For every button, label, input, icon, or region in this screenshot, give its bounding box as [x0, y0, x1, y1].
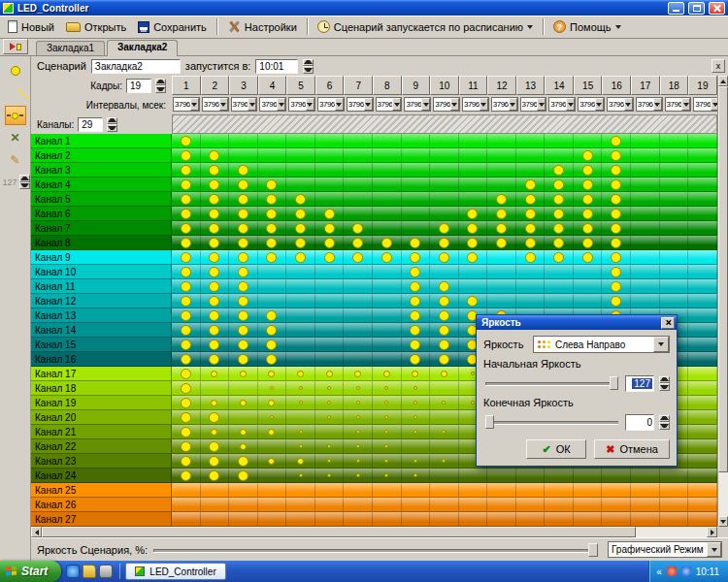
- grid-cell[interactable]: [459, 221, 488, 236]
- grid-cell[interactable]: [602, 483, 631, 498]
- grid-cell[interactable]: [201, 381, 230, 396]
- grid-cell[interactable]: [258, 498, 287, 512]
- channel-label[interactable]: Канал 15: [31, 338, 172, 352]
- grid-cell[interactable]: [315, 163, 345, 178]
- grid-cell[interactable]: [315, 352, 345, 367]
- interval-combo[interactable]: 3796: [461, 95, 490, 114]
- frame-column-header[interactable]: 3: [229, 76, 258, 95]
- grid-cell[interactable]: [258, 236, 287, 250]
- grid-cell[interactable]: [402, 425, 431, 439]
- grid-cell[interactable]: [315, 483, 345, 498]
- grid-cell[interactable]: [631, 279, 660, 294]
- grid-cell[interactable]: [172, 308, 201, 323]
- grid-cell[interactable]: [660, 192, 689, 207]
- grid-cell[interactable]: [373, 367, 402, 381]
- grid-cell[interactable]: [602, 279, 631, 294]
- grid-cell[interactable]: [459, 265, 488, 279]
- grid-cell[interactable]: [459, 192, 488, 207]
- grid-cell[interactable]: [430, 454, 459, 469]
- grid-cell[interactable]: [602, 294, 631, 308]
- interval-combo[interactable]: 3796: [635, 95, 664, 114]
- grid-cell[interactable]: [229, 439, 258, 454]
- grid-cell[interactable]: [430, 439, 459, 454]
- grid-cell[interactable]: [574, 134, 603, 148]
- grid-cell[interactable]: [315, 265, 345, 279]
- frame-column-header[interactable]: 4: [258, 76, 287, 95]
- grid-cell[interactable]: [430, 410, 459, 425]
- grid-cell[interactable]: [688, 338, 717, 352]
- grid-cell[interactable]: [172, 410, 201, 425]
- grid-cell[interactable]: [402, 469, 431, 483]
- grid-cell[interactable]: [373, 352, 402, 367]
- grid-cell[interactable]: [344, 221, 373, 236]
- grid-cell[interactable]: [631, 498, 660, 512]
- grid-cell[interactable]: [660, 469, 689, 483]
- grid-cell[interactable]: [487, 294, 516, 308]
- interval-combo[interactable]: 3796: [316, 95, 346, 114]
- grid-cell[interactable]: [402, 323, 431, 338]
- grid-cell[interactable]: [631, 163, 660, 178]
- grid-cell[interactable]: [373, 236, 402, 250]
- start-brightness-input[interactable]: 127: [625, 375, 654, 392]
- grid-cell[interactable]: [172, 323, 201, 338]
- grid-cell[interactable]: [516, 483, 546, 498]
- grid-cell[interactable]: [229, 250, 258, 265]
- grid-cell[interactable]: [516, 294, 546, 308]
- grid-cell[interactable]: [402, 381, 431, 396]
- grid-cell[interactable]: [315, 207, 345, 221]
- scenario-brightness-slider[interactable]: [153, 542, 598, 558]
- grid-cell[interactable]: [545, 163, 574, 178]
- grid-cell[interactable]: [660, 265, 689, 279]
- grid-cell[interactable]: [631, 483, 660, 498]
- grid-cell[interactable]: [602, 148, 631, 163]
- grid-cell[interactable]: [286, 134, 315, 148]
- grid-cell[interactable]: [344, 294, 373, 308]
- grid-cell[interactable]: [487, 512, 516, 527]
- channel-label[interactable]: Канал 27: [31, 512, 172, 527]
- grid-cell[interactable]: [201, 498, 230, 512]
- grid-cell[interactable]: [258, 396, 287, 410]
- grid-cell[interactable]: [545, 178, 574, 192]
- grid-cell[interactable]: [258, 469, 287, 483]
- grid-cell[interactable]: [315, 410, 345, 425]
- grid-cell[interactable]: [172, 352, 201, 367]
- grid-cell[interactable]: [574, 265, 603, 279]
- channel-label[interactable]: Канал 25: [31, 483, 172, 498]
- ok-button[interactable]: ✔ ОК: [526, 439, 586, 459]
- grid-cell[interactable]: [688, 178, 717, 192]
- grid-cell[interactable]: [660, 294, 689, 308]
- grid-cell[interactable]: [172, 367, 201, 381]
- taskbar-app-button[interactable]: LED_Controller: [125, 563, 225, 580]
- grid-cell[interactable]: [201, 308, 230, 323]
- new-button[interactable]: Новый: [3, 17, 59, 37]
- grid-cell[interactable]: [574, 483, 603, 498]
- grid-cell[interactable]: [315, 192, 345, 207]
- grid-cell[interactable]: [201, 396, 230, 410]
- channels-spinner[interactable]: [107, 117, 117, 132]
- grid-cell[interactable]: [660, 279, 689, 294]
- interval-dropdown-button[interactable]: [450, 98, 459, 111]
- grid-cell[interactable]: [487, 279, 516, 294]
- grid-cell[interactable]: [344, 512, 373, 527]
- grid-cell[interactable]: [459, 178, 488, 192]
- interval-combo[interactable]: 3796: [346, 95, 375, 114]
- grid-cell[interactable]: [172, 294, 201, 308]
- grid-cell[interactable]: [402, 512, 431, 527]
- grid-cell[interactable]: [201, 338, 230, 352]
- grid-cell[interactable]: [201, 134, 230, 148]
- grid-cell[interactable]: [201, 221, 230, 236]
- grid-cell[interactable]: [430, 367, 459, 381]
- channels-count-input[interactable]: 29: [78, 117, 103, 132]
- grid-cell[interactable]: [286, 410, 315, 425]
- grid-cell[interactable]: [172, 381, 201, 396]
- grid-cell[interactable]: [402, 367, 431, 381]
- grid-cell[interactable]: [172, 236, 201, 250]
- grid-cell[interactable]: [344, 352, 373, 367]
- tray-status-icon[interactable]: [667, 566, 677, 576]
- grid-cell[interactable]: [172, 498, 201, 512]
- grid-cell[interactable]: [286, 265, 315, 279]
- grid-cell[interactable]: [344, 425, 373, 439]
- grid-cell[interactable]: [516, 250, 546, 265]
- channel-label[interactable]: Канал 22: [31, 439, 172, 454]
- grid-cell[interactable]: [631, 178, 660, 192]
